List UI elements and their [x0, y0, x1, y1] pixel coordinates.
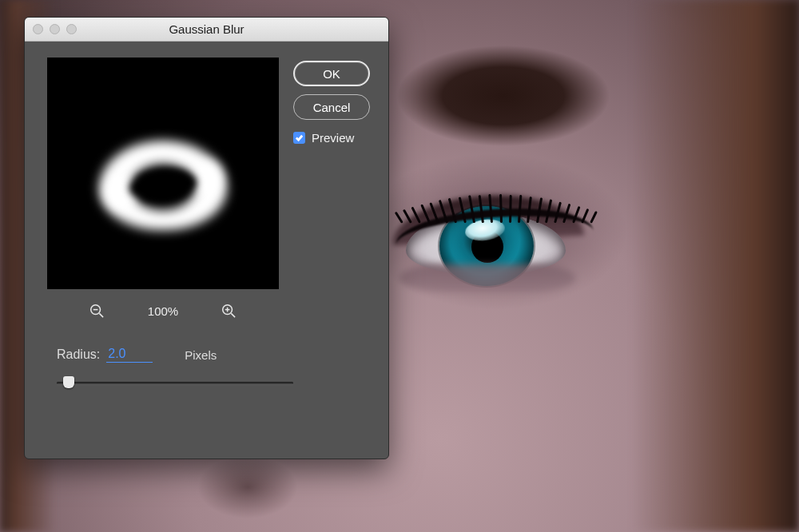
slider-thumb[interactable]	[63, 376, 74, 388]
slider-track	[57, 382, 293, 384]
filter-preview[interactable]	[47, 58, 279, 289]
check-icon	[295, 133, 304, 142]
gaussian-blur-dialog: Gaussian Blur OK Cancel Preview	[24, 17, 389, 459]
cancel-button[interactable]: Cancel	[293, 94, 370, 120]
radius-input[interactable]	[106, 347, 153, 363]
dialog-title: Gaussian Blur	[25, 22, 388, 36]
preview-toggle-row: Preview	[293, 131, 354, 145]
preview-mask-shape	[99, 141, 227, 230]
cancel-button-label: Cancel	[313, 101, 351, 114]
ok-button-label: OK	[323, 67, 340, 81]
zoom-controls: 100%	[47, 304, 279, 319]
zoom-in-icon[interactable]	[221, 304, 237, 319]
svg-line-1	[99, 313, 103, 317]
zoom-out-icon[interactable]	[89, 304, 105, 319]
zoom-icon[interactable]	[66, 24, 77, 34]
radius-unit: Pixels	[185, 348, 217, 362]
titlebar[interactable]: Gaussian Blur	[25, 18, 388, 42]
radius-label: Radius:	[57, 347, 100, 362]
zoom-level: 100%	[148, 304, 178, 318]
window-controls	[33, 24, 77, 34]
photo-eye	[392, 196, 579, 288]
svg-line-4	[232, 313, 236, 317]
photo-hair-right	[631, 0, 799, 532]
radius-slider[interactable]	[57, 375, 293, 390]
ok-button[interactable]: OK	[293, 61, 370, 86]
minimize-icon[interactable]	[50, 24, 60, 34]
preview-checkbox[interactable]	[293, 132, 305, 144]
preview-checkbox-label: Preview	[312, 131, 354, 145]
radius-row: Radius: Pixels	[57, 347, 217, 363]
close-icon[interactable]	[33, 24, 43, 34]
